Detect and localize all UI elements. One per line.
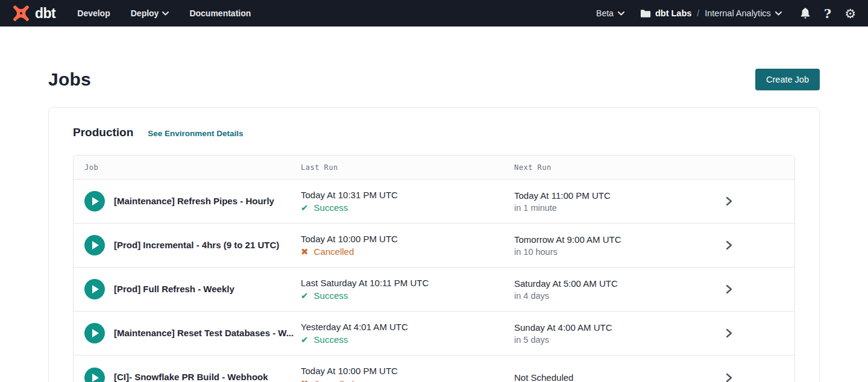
status-badge: ✖ Cancelled (301, 246, 514, 257)
next-run-time: Saturday At 5:00 AM UTC (514, 278, 713, 289)
next-run-relative: in 10 hours (514, 247, 713, 257)
chevron-down-icon (162, 11, 169, 16)
environment-card: Production See Environment Details Job L… (48, 107, 820, 382)
next-run-time: Not Scheduled (514, 372, 713, 382)
status-icon: ✖ (301, 378, 309, 382)
account-project-switcher[interactable]: dbt Labs / Internal Analytics (640, 8, 782, 18)
last-run-time: Last Saturday At 10:11 PM UTC (301, 278, 514, 288)
play-icon (92, 374, 99, 382)
account-name: dbt Labs (655, 8, 691, 18)
run-job-play-button[interactable] (84, 368, 105, 382)
next-run-time: Today At 11:00 PM UTC (514, 190, 713, 201)
see-environment-details-link[interactable]: See Environment Details (148, 129, 243, 138)
chevron-right-icon[interactable] (726, 328, 732, 338)
nav-link-deploy[interactable]: Deploy (131, 8, 169, 18)
run-job-play-button[interactable] (84, 191, 105, 211)
job-name: [Maintenance] Reset Test Databases - W..… (114, 328, 294, 339)
jobs-table-header: Job Last Run Next Run (74, 155, 794, 180)
chevron-right-icon[interactable] (726, 240, 732, 250)
table-row[interactable]: [CI]- Snowflake PR Build - Webhook Today… (74, 355, 794, 382)
job-name: [Prod] Incremental - 4hrs (9 to 21 UTC) (114, 240, 279, 251)
next-run-time: Sunday At 4:00 AM UTC (514, 322, 713, 333)
status-icon: ✔ (301, 290, 309, 301)
job-name: [Prod] Full Refresh - Weekly (114, 284, 234, 295)
last-run-time: Today At 10:31 PM UTC (301, 190, 514, 200)
project-name: Internal Analytics (705, 8, 771, 18)
chevron-down-icon (618, 11, 624, 16)
play-icon (92, 285, 99, 293)
status-label: Cancelled (314, 379, 354, 382)
status-badge: ✔ Success (301, 290, 514, 301)
create-job-button[interactable]: Create Job (755, 69, 820, 90)
chevron-right-icon[interactable] (726, 196, 732, 206)
column-header-last-run: Last Run (301, 163, 514, 172)
table-row[interactable]: [Maintenance] Refresh Pipes - Hourly Tod… (74, 180, 794, 224)
help-icon[interactable]: ? (824, 6, 831, 21)
top-navbar: dbt Develop Deploy Documentation Beta db… (0, 0, 868, 27)
status-icon: ✔ (301, 334, 309, 345)
page-title: Jobs (48, 69, 91, 90)
nav-link-develop[interactable]: Develop (77, 8, 110, 18)
column-header-next-run: Next Run (514, 163, 713, 172)
status-badge: ✖ Cancelled (301, 378, 514, 382)
beta-dropdown[interactable]: Beta (596, 8, 624, 18)
dbt-logo-text: dbt (35, 5, 55, 22)
environment-name: Production (73, 126, 133, 139)
status-label: Success (314, 334, 348, 345)
chevron-down-icon (775, 11, 782, 16)
nav-links: Develop Deploy Documentation (77, 8, 251, 18)
job-name: [Maintenance] Refresh Pipes - Hourly (114, 196, 274, 207)
run-job-play-button[interactable] (84, 235, 105, 255)
table-row[interactable]: [Maintenance] Reset Test Databases - W..… (74, 312, 794, 355)
status-label: Cancelled (314, 246, 354, 257)
notifications-bell-icon[interactable] (800, 7, 811, 19)
job-name: [CI]- Snowflake PR Build - Webhook (114, 372, 268, 382)
next-run-time: Tomorrow At 9:00 AM UTC (514, 234, 713, 245)
chevron-right-icon[interactable] (726, 284, 732, 294)
column-header-job: Job (74, 163, 301, 172)
status-icon: ✔ (301, 202, 309, 213)
settings-gear-icon[interactable]: ⚙ (844, 7, 856, 20)
jobs-table: Job Last Run Next Run [Maintenance] Refr… (73, 155, 795, 382)
status-icon: ✖ (301, 246, 309, 257)
play-icon (92, 329, 99, 337)
table-row[interactable]: [Prod] Incremental - 4hrs (9 to 21 UTC) … (74, 224, 794, 268)
last-run-time: Today At 10:00 PM UTC (301, 366, 514, 376)
last-run-time: Today At 10:00 PM UTC (301, 234, 514, 244)
dbt-logo-icon (12, 4, 30, 22)
next-run-relative: in 5 days (514, 335, 713, 345)
breadcrumb-separator: / (696, 8, 700, 18)
nav-link-documentation[interactable]: Documentation (189, 8, 251, 18)
status-label: Success (314, 202, 348, 213)
jobs-table-body: [Maintenance] Refresh Pipes - Hourly Tod… (74, 180, 794, 382)
chevron-right-icon[interactable] (726, 373, 732, 382)
status-badge: ✔ Success (301, 334, 514, 345)
play-icon (92, 241, 99, 249)
status-label: Success (314, 290, 348, 301)
run-job-play-button[interactable] (84, 279, 105, 299)
run-job-play-button[interactable] (84, 323, 105, 343)
play-icon (92, 197, 99, 205)
status-badge: ✔ Success (301, 202, 514, 213)
folder-icon (640, 9, 651, 18)
table-row[interactable]: [Prod] Full Refresh - Weekly Last Saturd… (74, 268, 794, 312)
last-run-time: Yesterday At 4:01 AM UTC (301, 322, 514, 332)
dbt-logo[interactable]: dbt (12, 4, 55, 22)
next-run-relative: in 1 minute (514, 203, 713, 213)
next-run-relative: in 4 days (514, 291, 713, 301)
